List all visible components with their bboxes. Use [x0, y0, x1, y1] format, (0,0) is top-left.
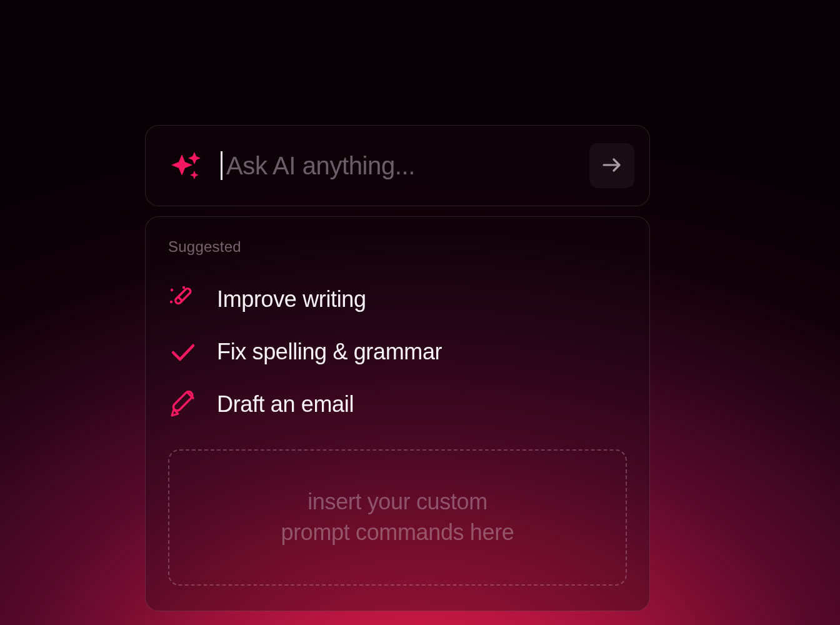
svg-line-1	[178, 297, 182, 301]
text-caret	[221, 151, 222, 180]
arrow-right-icon	[600, 153, 624, 179]
custom-prompt-dropzone[interactable]: insert your custom prompt commands here	[168, 449, 627, 586]
prompt-placeholder-text: Ask AI anything...	[226, 152, 415, 180]
check-icon	[168, 337, 198, 367]
suggestion-label: Fix spelling & grammar	[217, 339, 442, 365]
suggestion-draft-email[interactable]: Draft an email	[168, 378, 627, 431]
prompt-input-card: Ask AI anything...	[145, 125, 650, 206]
svg-point-3	[182, 286, 185, 289]
send-button[interactable]	[589, 143, 634, 188]
custom-dropzone-text: insert your custom prompt commands here	[281, 487, 514, 548]
suggestions-card: Suggested Improve writing Fix spelling &	[145, 216, 650, 611]
suggestion-fix-spelling-grammar[interactable]: Fix spelling & grammar	[168, 326, 627, 378]
sparkle-icon	[168, 148, 203, 183]
svg-point-2	[171, 289, 173, 291]
suggestion-label: Improve writing	[217, 286, 366, 312]
suggestion-improve-writing[interactable]: Improve writing	[168, 273, 627, 326]
suggestions-heading: Suggested	[168, 238, 627, 256]
svg-rect-5	[172, 390, 194, 412]
prompt-input[interactable]: Ask AI anything...	[221, 151, 572, 180]
svg-point-4	[170, 301, 172, 303]
suggestion-label: Draft an email	[217, 391, 354, 418]
pencil-icon	[168, 389, 198, 419]
svg-rect-0	[174, 288, 192, 305]
magic-wand-icon	[168, 284, 198, 314]
